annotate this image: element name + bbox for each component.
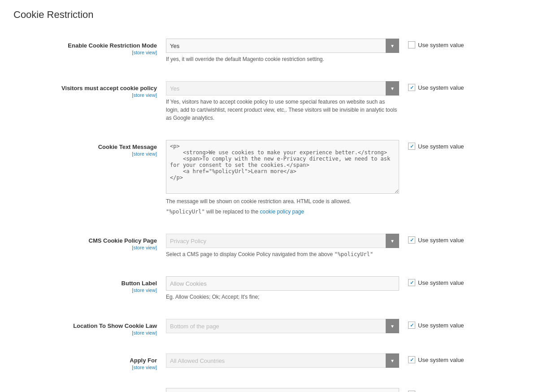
hint-mono-cms: "%policyUrl" xyxy=(335,251,374,257)
system-value-label-cookie-text: Use system value xyxy=(418,143,464,150)
checkbox-enable-cookie[interactable] xyxy=(408,41,415,48)
checkbox-location-cookie[interactable] xyxy=(408,322,415,329)
checkbox-apply-for[interactable] xyxy=(408,356,415,363)
field-row-button-label: Button Label [store view] Eg. Allow Cook… xyxy=(13,272,522,305)
label-enable-cookie: Enable Cookie Restriction Mode [store vi… xyxy=(13,39,166,55)
store-view-visitors: [store view] xyxy=(13,92,157,98)
page-title: Cookie Restriction xyxy=(13,9,522,21)
hint-cms-cookie: Select a CMS page to display Cookie Poli… xyxy=(166,250,399,258)
label-apply-for: Apply For [store view] xyxy=(13,353,166,370)
store-view-cookie-text: [store view] xyxy=(13,151,157,157)
input-col-cookie-text: <p> <strong>We use cookies to make your … xyxy=(166,140,408,216)
hint-blue-cookie-text: cookie policy page xyxy=(260,209,304,215)
field-row-cookie-text: Cookie Text Message [store view] <p> <st… xyxy=(13,135,522,220)
field-label: Enable Cookie Restriction Mode xyxy=(13,42,157,49)
field-row-location-cookie: Location To Show Cookie Law [store view]… xyxy=(13,314,522,340)
field-row-apply-for: Apply For [store view] All Allowed Count… xyxy=(13,349,522,375)
hint-visitors: If Yes, visitors have to accept cookie p… xyxy=(166,98,399,122)
store-view-button-label: [store view] xyxy=(13,287,157,293)
system-value-label-cms-cookie: Use system value xyxy=(418,237,464,244)
textarea-cookie-text[interactable]: <p> <strong>We use cookies to make your … xyxy=(166,140,399,194)
input-col-visitors: Yes No If Yes, visitors have to accept c… xyxy=(166,81,408,122)
select-wrapper-cms-cookie: Privacy Policy xyxy=(166,234,399,248)
hint-mono-policy-url: "%policyUrl" xyxy=(166,209,205,215)
hint-cookie-text-line2: "%policyUrl" will be replaced to the coo… xyxy=(166,208,399,216)
field-row-visitors-accept: Visitors must accept cookie policy [stor… xyxy=(13,77,522,126)
input-col-apply-for: All Allowed Countries xyxy=(166,353,408,368)
system-value-col-custom-css: Use system value xyxy=(408,388,480,392)
label-cms-cookie: CMS Cookie Policy Page [store view] xyxy=(13,234,166,250)
input-button-label[interactable] xyxy=(166,276,399,291)
input-col-enable-cookie: Yes No If yes, it will override the defa… xyxy=(166,39,408,63)
field-row-custom-css: Custom CSS [store view] You can add css … xyxy=(13,383,522,392)
label-cookie-text: Cookie Text Message [store view] xyxy=(13,140,166,157)
select-visitors[interactable]: Yes No xyxy=(166,81,399,96)
hint-cookie-text-line1: The message will be shown on cookie rest… xyxy=(166,197,399,205)
label-location-cookie: Location To Show Cookie Law [store view] xyxy=(13,319,166,335)
field-label-location: Location To Show Cookie Law xyxy=(13,322,157,329)
field-label-cms-cookie: CMS Cookie Policy Page xyxy=(13,237,157,244)
system-value-col-cookie-text: Use system value xyxy=(408,140,480,150)
select-apply-for[interactable]: All Allowed Countries xyxy=(166,353,399,368)
form-section: Enable Cookie Restriction Mode [store vi… xyxy=(13,34,522,392)
checkbox-button-label[interactable] xyxy=(408,279,415,286)
hint-enable-cookie: If yes, it will override the default Mag… xyxy=(166,55,399,63)
input-col-location-cookie: Bottom of the page Top of the page xyxy=(166,319,408,333)
select-enable-cookie[interactable]: Yes No xyxy=(166,39,399,53)
field-label-visitors: Visitors must accept cookie policy xyxy=(13,85,157,91)
field-row-enable-cookie: Enable Cookie Restriction Mode [store vi… xyxy=(13,34,522,68)
checkbox-cookie-text[interactable] xyxy=(408,143,415,150)
select-cms-cookie[interactable]: Privacy Policy xyxy=(166,234,399,248)
system-value-col-location: Use system value xyxy=(408,319,480,329)
system-value-col-apply-for: Use system value xyxy=(408,353,480,363)
system-value-col-enable-cookie: Use system value xyxy=(408,39,480,48)
field-label-apply: Apply For xyxy=(13,357,157,364)
select-wrapper-location: Bottom of the page Top of the page xyxy=(166,319,399,333)
system-value-label-apply: Use system value xyxy=(418,357,464,363)
system-value-label-visitors: Use system value xyxy=(418,84,464,91)
select-wrapper-enable-cookie: Yes No xyxy=(166,39,399,53)
store-view-location: [store view] xyxy=(13,330,157,335)
input-col-button-label: Eg. Allow Cookies; Ok; Accept; It's fine… xyxy=(166,276,408,301)
field-label-cookie-text: Cookie Text Message xyxy=(13,144,157,150)
input-col-cms-cookie: Privacy Policy Select a CMS page to disp… xyxy=(166,234,408,258)
store-view-apply: [store view] xyxy=(13,365,157,370)
store-view-label: [store view] xyxy=(13,50,157,55)
checkbox-visitors[interactable] xyxy=(408,84,415,91)
system-value-label-button-label: Use system value xyxy=(418,279,464,286)
system-value-label-location: Use system value xyxy=(418,322,464,329)
field-label-button: Button Label xyxy=(13,280,157,287)
textarea-custom-css[interactable] xyxy=(166,388,399,392)
checkbox-cms-cookie[interactable] xyxy=(408,236,415,244)
select-location-cookie[interactable]: Bottom of the page Top of the page xyxy=(166,319,399,333)
system-value-label-enable-cookie: Use system value xyxy=(418,42,464,48)
label-custom-css: Custom CSS [store view] xyxy=(13,388,166,392)
select-wrapper-apply: All Allowed Countries xyxy=(166,353,399,368)
system-value-col-button-label: Use system value xyxy=(408,276,480,286)
label-visitors-accept: Visitors must accept cookie policy [stor… xyxy=(13,81,166,98)
label-button-label: Button Label [store view] xyxy=(13,276,166,293)
store-view-cms-cookie: [store view] xyxy=(13,245,157,250)
select-wrapper-visitors: Yes No xyxy=(166,81,399,96)
hint-button-label: Eg. Allow Cookies; Ok; Accept; It's fine… xyxy=(166,293,399,301)
system-value-col-visitors: Use system value xyxy=(408,81,480,91)
field-row-cms-cookie: CMS Cookie Policy Page [store view] Priv… xyxy=(13,229,522,263)
system-value-col-cms-cookie: Use system value xyxy=(408,234,480,244)
input-col-custom-css: You can add css for cookie policy area h… xyxy=(166,388,408,392)
